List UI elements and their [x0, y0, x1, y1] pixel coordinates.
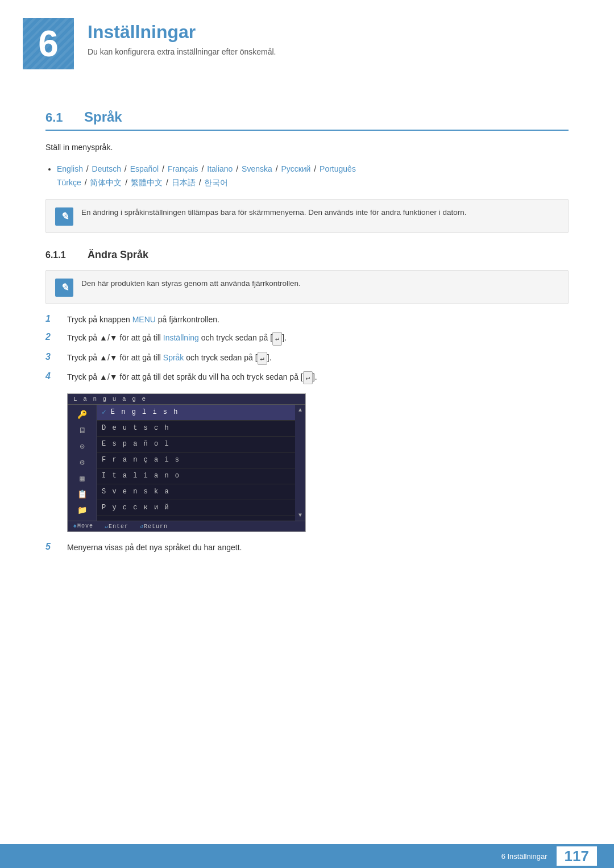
lang-simplified-chinese[interactable]: 简体中文 [90, 178, 122, 187]
enter-key: ↵ [272, 332, 282, 345]
lang-item-italiano[interactable]: I t a l i a n o [97, 468, 295, 484]
lang-item-label: E n g l i s h [111, 408, 179, 416]
page-footer: 6 Inställningar 117 [0, 844, 614, 868]
note-icon-2: ✎ [55, 279, 73, 297]
footer-return: ↺Return [140, 523, 168, 530]
menu-scrollbar: ▲ ▼ [295, 405, 305, 521]
list-item: English / Deutsch / Español / Français /… [57, 163, 569, 190]
section-label: Språk [84, 109, 122, 125]
language-list: English / Deutsch / Español / Français /… [57, 163, 569, 190]
note-icon-1: ✎ [55, 207, 73, 226]
lang-item-svenska[interactable]: S v e n s k a [97, 484, 295, 500]
note-text-1: En ändring i språkinställningen tillämpa… [81, 206, 467, 219]
step-number-1: 1 [45, 314, 61, 324]
note-box-2: ✎ Den här produkten kan styras genom att… [45, 270, 569, 304]
step-4: 4 Tryck på ▲/▼ för att gå till det språk… [45, 371, 569, 384]
step-highlight-menu: MENU [132, 315, 156, 324]
page-number: 117 [557, 846, 597, 866]
step-highlight-sprak: Språk [163, 353, 184, 362]
section-intro: Ställ in menyspråk. [45, 141, 569, 153]
step-text-2: Tryck på ▲/▼ för att gå till Inställning… [67, 331, 287, 345]
step-3: 3 Tryck på ▲/▼ för att gå till Språk och… [45, 351, 569, 365]
footer-enter: ↵Enter [105, 523, 128, 530]
lang-traditional-chinese[interactable]: 繁體中文 [131, 178, 163, 187]
step-2: 2 Tryck på ▲/▼ för att gå till Inställni… [45, 331, 569, 345]
menu-icon-3: ⊙ [70, 439, 95, 455]
step-highlight-installning: Inställning [163, 333, 199, 342]
step-1: 1 Tryck på knappen MENU på fjärrkontroll… [45, 313, 569, 326]
step-text-4: Tryck på ▲/▼ för att gå till det språk d… [67, 371, 317, 384]
scroll-down-arrow[interactable]: ▼ [296, 512, 304, 518]
subsection-number: 6.1.1 [45, 250, 80, 260]
step-number-5: 5 [45, 542, 61, 552]
lang-francais[interactable]: Français [168, 164, 198, 173]
menu-icon-7: 📁 [70, 502, 95, 518]
section-6-1-header: 6.1 Språk [45, 109, 569, 131]
step-number-2: 2 [45, 332, 61, 342]
lang-item-english[interactable]: ✓ E n g l i s h [97, 405, 295, 421]
lang-item-deutsch[interactable]: D e u t s c h [97, 421, 295, 437]
lang-italiano[interactable]: Italiano [207, 164, 233, 173]
lang-item-francais[interactable]: F r a n ç a i s [97, 452, 295, 468]
menu-icon-2: 🖥 [70, 423, 95, 439]
footer-chapter-label: 6 Inställningar [501, 852, 547, 861]
section-number: 6.1 [45, 110, 74, 125]
lang-english[interactable]: English [57, 164, 83, 173]
lang-item-label: Р у с с к и й [102, 504, 170, 512]
lang-turkce[interactable]: Türkçe [57, 178, 81, 187]
menu-icon-5: ▦ [70, 471, 95, 487]
page-title: Inställningar [88, 22, 276, 43]
scroll-up-arrow[interactable]: ▲ [296, 407, 304, 413]
menu-icons: 🔑 🖥 ⊙ ⚙ ▦ 📋 📁 [68, 405, 97, 521]
footer-move: ♠Move [73, 523, 93, 530]
menu-items: ✓ E n g l i s h D e u t s c h E s p a ñ … [97, 405, 295, 521]
lang-deutsch[interactable]: Deutsch [92, 164, 121, 173]
menu-header: L a n g u a g e [68, 394, 305, 405]
lang-svenska[interactable]: Svenska [242, 164, 272, 173]
menu-icon-4: ⚙ [70, 455, 95, 471]
menu-body: 🔑 🖥 ⊙ ⚙ ▦ 📋 📁 ✓ E n g l i s h D e u t s … [68, 405, 305, 521]
enter-key-3: ↵ [303, 371, 313, 384]
step-5: 5 Menyerna visas på det nya språket du h… [45, 541, 569, 554]
page-subtitle: Du kan konfigurera extra inställningar e… [88, 47, 276, 56]
chapter-number: 6 [23, 18, 74, 69]
lang-portugues[interactable]: Português [320, 164, 356, 173]
subsection-6-1-1-header: 6.1.1 Ändra Språk [45, 249, 569, 261]
header-text: Inställningar Du kan konfigurera extra i… [88, 18, 276, 56]
lang-russian[interactable]: Русский [281, 164, 310, 173]
lang-espanol[interactable]: Español [130, 164, 159, 173]
note-text-2: Den här produkten kan styras genom att a… [81, 277, 301, 290]
lang-japanese[interactable]: 日本語 [172, 178, 196, 187]
main-content: 6.1 Språk Ställ in menyspråk. English / … [0, 81, 614, 593]
page-header: 6 Inställningar Du kan konfigurera extra… [0, 0, 614, 81]
lang-item-label: D e u t s c h [102, 424, 170, 432]
step-text-3: Tryck på ▲/▼ för att gå till Språk och t… [67, 351, 272, 365]
lang-item-label: F r a n ç a i s [102, 456, 180, 464]
check-icon: ✓ [102, 408, 107, 417]
note-box-1: ✎ En ändring i språkinställningen tilläm… [45, 199, 569, 233]
lang-korean[interactable]: 한국어 [204, 178, 228, 187]
language-menu: L a n g u a g e 🔑 🖥 ⊙ ⚙ ▦ 📋 📁 ✓ E n g l … [67, 393, 306, 532]
menu-footer: ♠Move ↵Enter ↺Return [68, 521, 305, 531]
enter-key-2: ↵ [258, 352, 267, 365]
subsection-label: Ändra Språk [88, 249, 148, 261]
lang-item-espanol[interactable]: E s p a ñ o l [97, 437, 295, 452]
step-number-4: 4 [45, 371, 61, 381]
lang-item-label: S v e n s k a [102, 488, 170, 496]
menu-icon-6: 📋 [70, 487, 95, 502]
lang-item-label: E s p a ñ o l [102, 440, 170, 448]
step-text-5: Menyerna visas på det nya språket du har… [67, 541, 242, 554]
lang-item-label: I t a l i a n o [102, 472, 180, 480]
step-number-3: 3 [45, 352, 61, 362]
step-text-1: Tryck på knappen MENU på fjärrkontrollen… [67, 313, 219, 326]
lang-item-russian[interactable]: Р у с с к и й [97, 500, 295, 516]
menu-icon-1: 🔑 [70, 407, 95, 423]
